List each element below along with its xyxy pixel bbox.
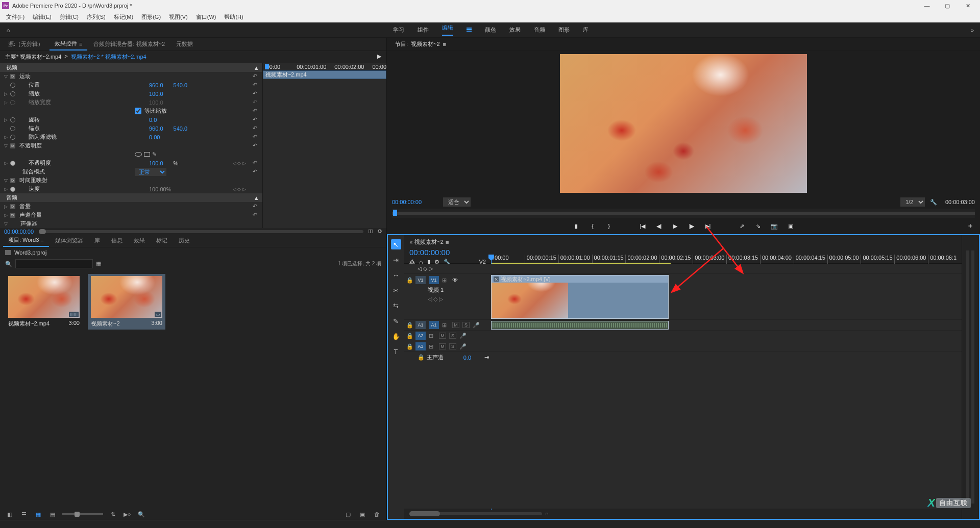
rect-mask-icon[interactable] [144,152,150,157]
fx-anchor[interactable]: 锚点960.0540.0↶ [0,124,262,133]
home-icon[interactable]: ⌂ [0,22,16,38]
tab-info[interactable]: 信息 [106,235,128,246]
tab-effect-controls[interactable]: 效果控件≡ [50,38,87,51]
workspace-layout-icon[interactable] [467,28,472,33]
fx-time-ruler[interactable]: :00:0000:00:01:0000:00:02:0000:00 [263,63,386,70]
fx-channel-volume[interactable]: ▷fx声道音量↶ [0,211,262,219]
tab-libraries[interactable]: 库 [89,235,105,246]
maximize-button[interactable]: ▢ [937,0,958,11]
solo-toggle[interactable]: S [462,322,470,328]
fx-position[interactable]: 位置960.0540.0↶ [0,81,262,89]
fx-panner[interactable]: ▽声像器 [0,219,262,228]
workspace-learn[interactable]: 学习 [393,26,404,34]
track-header-v1[interactable]: 🔒V1V1⊞👁 视频 1 ◁ ◇ ▷ [404,274,491,320]
automate-icon[interactable]: ▶○ [122,510,132,518]
export-frame-icon[interactable]: 📷 [770,221,779,231]
settings-icon[interactable]: 🔧 [930,199,937,206]
menu-view[interactable]: 视图(V) [166,12,191,22]
minimize-button[interactable]: — [917,0,937,11]
comparison-icon[interactable]: ▣ [786,221,795,231]
fx-rotation[interactable]: ▷旋转0.0↶ [0,115,262,124]
program-timecode[interactable]: 00:00:00:00 [392,199,438,205]
pen-tool-icon[interactable]: ✎ [391,316,401,326]
tab-audio-mixer[interactable]: 音频剪辑混合器: 视频素材~2 [88,38,170,50]
tab-source[interactable]: 源:（无剪辑） [3,38,48,50]
filter-icon[interactable]: ▦ [96,260,104,267]
close-button[interactable]: ✕ [958,0,978,11]
track-header-a2[interactable]: 🔒A2⊞MS🎤 [404,331,491,341]
lift-icon[interactable]: ⇗ [737,221,746,231]
hand-tool-icon[interactable]: ✋ [391,331,401,341]
a1-source-patch[interactable]: A1 [415,321,426,329]
workspace-audio[interactable]: 音频 [534,26,545,34]
add-button-icon[interactable]: ＋ [967,221,974,231]
a3-target[interactable]: A3 [415,342,426,350]
uniform-scale-checkbox[interactable] [135,108,141,114]
fx-motion[interactable]: ▽fx运动↶ [0,72,262,81]
footage-icon[interactable]: ◧ [5,510,14,518]
fx-blend-mode[interactable]: 混合模式正常↶ [0,167,262,176]
timeline-track-area[interactable]: fx视频素材~2.mp4 [V] [491,264,962,509]
program-viewer[interactable] [387,51,980,195]
sort-icon[interactable]: ⇅ [108,510,117,518]
delete-icon[interactable]: 🗑 [372,510,381,518]
search-input[interactable] [15,259,93,268]
menu-help[interactable]: 帮助(H) [221,12,246,22]
timeline-timecode[interactable]: 00:00:00:00 [409,248,486,257]
track-select-tool-icon[interactable]: ⇥ [391,255,401,265]
reset-icon[interactable]: ↶ [253,73,257,80]
extract-icon[interactable]: ⇘ [753,221,763,231]
lock-icon[interactable]: 🔒 [406,277,412,284]
menu-clip[interactable]: 剪辑(C) [57,12,82,22]
ellipse-mask-icon[interactable] [135,152,142,157]
menu-file[interactable]: 文件(F) [3,12,28,22]
list-view-icon[interactable]: ☰ [19,510,29,518]
sync-lock-icon[interactable]: ⊞ [442,277,449,284]
play-icon[interactable]: ▶ [671,221,680,231]
voice-icon[interactable]: 🎤 [473,322,480,329]
resolution-select[interactable]: 1/2 [900,197,925,207]
track-header-master[interactable]: 🔒主声道0.0⇥ [404,352,491,363]
mute-toggle[interactable]: M [452,322,459,328]
tab-menu-icon[interactable]: ≡ [443,41,446,47]
timeline-zoom-scrollbar[interactable] [409,512,542,515]
workspace-libraries[interactable]: 库 [583,26,589,34]
tab-effects[interactable]: 效果 [129,235,150,246]
track-header-v2[interactable]: ◁ ◇ ▷ [404,264,491,274]
menu-graphics[interactable]: 图形(G) [138,12,164,22]
go-to-out-icon[interactable]: ▶| [703,221,713,231]
v1-source-patch[interactable]: V1 [415,276,426,284]
menu-edit[interactable]: 编辑(E) [30,12,55,22]
tab-media-browser[interactable]: 媒体浏览器 [50,235,88,246]
fit-select[interactable]: 适合 [443,197,471,207]
fx-antiflicker[interactable]: ▷防闪烁滤镜0.00↶ [0,133,262,141]
a2-target[interactable]: A2 [415,332,426,340]
pen-mask-icon[interactable]: ✎ [152,151,158,158]
fx-playhead[interactable] [265,64,269,69]
razor-tool-icon[interactable]: ✂ [391,285,401,295]
step-forward-icon[interactable]: |▶ [687,221,696,231]
project-item[interactable]: ▯▯▯ 视频素材~2.mp43:00 [5,274,83,330]
workspace-color[interactable]: 颜色 [485,26,496,34]
program-scrubber[interactable] [392,209,975,218]
workspace-effects[interactable]: 效果 [509,26,521,34]
menu-marker[interactable]: 标记(M) [111,12,137,22]
fx-uniform-scale[interactable]: 等比缩放↶ [0,107,262,115]
fx-time-remap[interactable]: ▽fx时间重映射 [0,176,262,185]
track-header-a3[interactable]: 🔒A3⊞MS🎤 [404,341,491,352]
fx-speed[interactable]: ▷速度100.00%◁ ◇ ▷ [0,185,262,193]
menu-sequence[interactable]: 序列(S) [84,12,109,22]
eye-icon[interactable]: 👁 [452,277,458,283]
zoom-slider[interactable] [62,513,103,515]
fx-breadcrumb-link[interactable]: 视频素材~2 * 视频素材~2.mp4 [71,53,146,61]
track-header-a1[interactable]: 🔒A1A1⊞MS🎤 [404,320,491,331]
find-icon[interactable]: 🔍 [137,510,146,518]
new-item-icon[interactable]: ▣ [358,510,367,518]
type-tool-icon[interactable]: T [391,346,401,357]
selection-tool-icon[interactable]: ↖ [391,239,401,249]
ripple-tool-icon[interactable]: ↔ [391,270,401,280]
out-point-icon[interactable]: } [604,221,614,231]
fx-timecode[interactable]: 00:00:00:00 [4,229,34,235]
workspace-assembly[interactable]: 组件 [418,26,429,34]
tab-metadata[interactable]: 元数据 [171,38,198,50]
